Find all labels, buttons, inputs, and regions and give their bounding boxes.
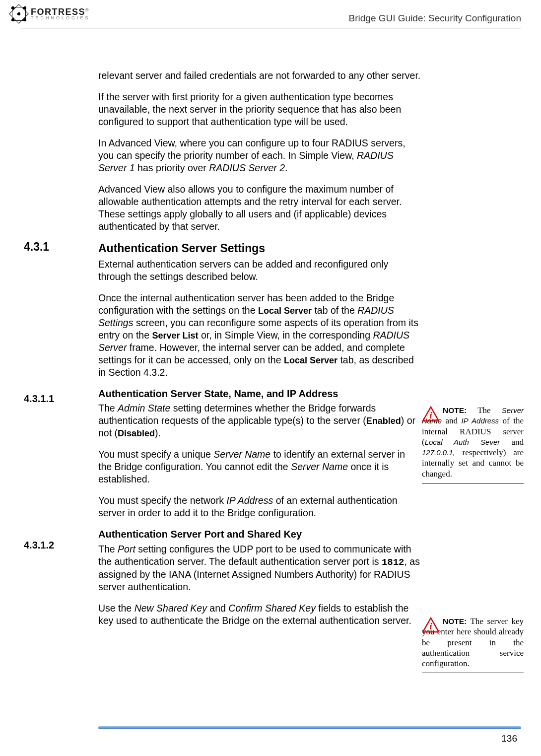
text-span: and [207,603,228,614]
logo-line1: FORTRESS® [31,8,90,16]
text-span: Local Server [284,355,338,365]
text-span: Disabled [118,428,155,438]
logo-text: FORTRESS® TECHNOLOGIES [31,8,90,20]
text-span: has priority over [135,162,209,173]
side-note-1: i NOTE: The Server Name and IP Ad­dress … [422,405,524,483]
paragraph: External authentication servers can be a… [98,258,421,283]
paragraph: Advanced View also allows you to configu… [98,183,421,233]
paragraph: The Admin State setting determines wheth… [98,402,421,439]
text-span: setting configures the UDP port to be us… [98,544,411,567]
document-title: Bridge GUI Guide: Security Configuration [349,13,521,24]
text-span: Local Auth Sever [425,438,500,446]
text-span: RADIUS Server 2 [209,162,285,173]
section-number-4-3-1-2: 4.3.1.2 [24,540,54,551]
footer-rule [98,726,521,729]
side-note-2: i NOTE: The server key you enter here sh… [422,616,524,673]
note-divider [422,483,524,483]
text-span: Use the [98,603,135,614]
logo-line2: TECHNOLOGIES [31,16,90,20]
paragraph: Once the internal authentication server … [98,292,421,379]
paragraph: Use the New Shared Key and Confirm Share… [98,602,421,627]
text-span: The [98,544,118,554]
logo: FORTRESS® TECHNOLOGIES [10,5,90,23]
fortress-logo-icon [10,5,28,23]
note-divider [422,673,524,673]
text-span: Port [118,544,135,554]
text-span: You must specify the network [98,495,226,506]
text-span: tab of the [312,305,357,316]
heading-4-3-1-1: Authentication Server State, Name, and I… [98,388,421,401]
paragraph: You must specify the network IP Address … [98,494,421,519]
text-span: Server Name [213,449,270,460]
page-number: 136 [501,733,517,744]
note-label: NOTE: [443,617,467,625]
heading-4-3-1-2: Authentication Server Port and Shared Ke… [98,528,421,541]
text-span: Server List [152,331,198,341]
note-label: NOTE: [443,406,467,414]
logo-trademark: ® [85,7,89,12]
svg-text:i: i [429,411,432,420]
text-span: Admin State [118,403,170,413]
text-span: and [500,437,524,447]
text-span: You must specify a unique [98,449,213,460]
text-span: and [442,416,462,425]
text-span: Confirm Shared Key [228,603,316,614]
paragraph: In Advanced View, where you can configur… [98,137,421,174]
text-span: . [285,162,287,173]
text-span: The [467,406,502,415]
body-column: relevant server and failed credentials a… [98,69,421,627]
section-number-4-3-1-1: 4.3.1.1 [24,393,54,405]
text-span: New Shared Key [135,603,207,614]
text-span: 127.0.0.1, [422,448,455,457]
text-span: ). [155,427,161,438]
heading-4-3-1: Authentication Server Settings [98,241,421,256]
svg-text:i: i [429,621,432,631]
paragraph: You must specify a unique Server Name to… [98,448,421,485]
text-span: Enabled [366,416,401,426]
text-span: Server Name [291,461,348,472]
text-span: IP Address [226,495,273,506]
paragraph: The Port setting configures the UDP port… [98,543,421,593]
text-span: The [98,403,118,413]
info-triangle-icon: i [422,617,440,633]
section-number-4-3-1: 4.3.1 [24,240,49,254]
paragraph: If the server with first priority for a … [98,91,421,128]
text-span: 1812 [382,557,405,568]
page-header: FORTRESS® TECHNOLOGIES Bridge GUI Guide:… [0,0,541,28]
main-content: 4.3.1 4.3.1.1 4.3.1.2 relevant server an… [0,28,541,627]
paragraph: relevant server and failed credentials a… [98,69,421,82]
info-triangle-icon: i [422,406,440,422]
text-span: IP Ad­dress [462,416,499,425]
text-span: or, in Simple View, in the corresponding [198,330,373,341]
text-span: Local Server [258,306,312,316]
